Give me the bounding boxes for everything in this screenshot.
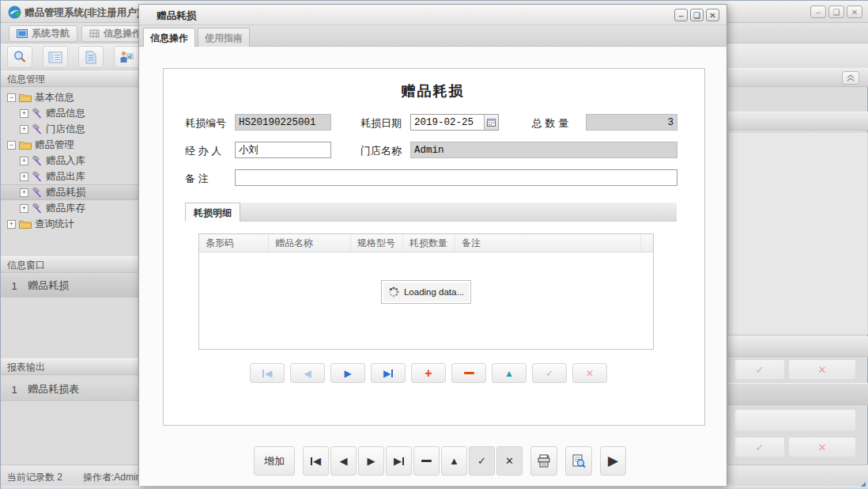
grid-delete-button[interactable] bbox=[451, 363, 486, 383]
monitor-icon bbox=[17, 29, 28, 39]
record-first-button[interactable]: ◀ bbox=[303, 446, 329, 476]
remark-field[interactable] bbox=[235, 169, 677, 186]
document-tool-button[interactable] bbox=[78, 46, 104, 68]
section-info-window[interactable]: 信息窗口 bbox=[1, 256, 140, 273]
right-panel-bar bbox=[728, 112, 868, 131]
loss-date-input[interactable] bbox=[411, 115, 484, 130]
tree-node-basic-info[interactable]: − 基本信息 bbox=[1, 89, 139, 105]
panel-collapse-button[interactable] bbox=[842, 71, 859, 85]
grid-first-button[interactable]: ◀ bbox=[250, 363, 285, 383]
record-cancel-button[interactable]: ✕ bbox=[496, 446, 523, 476]
section-report-output[interactable]: 报表输出 bbox=[1, 358, 140, 375]
row-label: 赠品耗损 bbox=[28, 279, 69, 293]
background-cancel-button[interactable]: ✕ bbox=[788, 437, 856, 457]
form-tool-button[interactable] bbox=[43, 46, 68, 68]
calendar-dropdown-button[interactable] bbox=[484, 115, 498, 130]
dialog-minimize-button[interactable]: – bbox=[674, 9, 688, 21]
handler-field[interactable] bbox=[235, 142, 331, 158]
record-prev-button[interactable]: ◀ bbox=[330, 446, 357, 476]
prev-icon: ◀ bbox=[304, 369, 311, 378]
dialog-titlebar[interactable]: 赠品耗损 – ❏ ✕ bbox=[139, 5, 726, 25]
tree-node-gift-outbound[interactable]: + 赠品出库 bbox=[1, 169, 139, 184]
grid-last-button[interactable]: ▶ bbox=[371, 363, 406, 383]
search-icon bbox=[13, 50, 27, 64]
background-confirm-button[interactable]: ✓ bbox=[734, 437, 785, 457]
grid-navigator: ◀ ◀ ▶ ▶ + ▲ ✓ ✕ bbox=[250, 363, 607, 383]
tree-node-query-stats[interactable]: + 查询统计 bbox=[1, 216, 139, 232]
search-tool-button[interactable] bbox=[7, 46, 32, 68]
loading-text: Loading data... bbox=[404, 287, 464, 297]
section-info-management[interactable]: 信息管理 bbox=[1, 70, 140, 87]
col-loss-qty[interactable]: 耗损数量 bbox=[403, 234, 455, 252]
col-gift-name[interactable]: 赠品名称 bbox=[269, 234, 351, 252]
next-icon: ▶ bbox=[344, 369, 351, 378]
info-window-row[interactable]: 1 赠品耗损 bbox=[1, 274, 140, 298]
record-save-button[interactable]: ✓ bbox=[469, 446, 495, 476]
tab-system-nav[interactable]: 系统导航 bbox=[9, 25, 77, 42]
collapse-node-icon[interactable]: − bbox=[7, 93, 16, 102]
loss-code-field bbox=[235, 114, 331, 131]
col-remark[interactable]: 备注 bbox=[455, 234, 641, 252]
record-next-button[interactable]: ▶ bbox=[358, 446, 384, 476]
minimize-icon: – bbox=[679, 11, 684, 20]
close-button[interactable]: ✕ bbox=[847, 6, 862, 18]
background-confirm-button[interactable]: ✓ bbox=[734, 359, 785, 380]
tree-node-store-info[interactable]: + 门店信息 bbox=[1, 121, 139, 137]
tree-node-label: 赠品库存 bbox=[46, 202, 85, 215]
print-button[interactable] bbox=[530, 446, 557, 476]
dialog-tab-info-ops[interactable]: 信息操作 bbox=[143, 28, 195, 47]
tree-node-label: 赠品管理 bbox=[35, 138, 74, 152]
grid-cancel-button[interactable]: ✕ bbox=[572, 363, 607, 383]
restore-button[interactable]: ❏ bbox=[828, 6, 844, 18]
background-cancel-button[interactable]: ✕ bbox=[788, 359, 856, 380]
tree-node-gift-inbound[interactable]: + 赠品入库 bbox=[1, 153, 139, 169]
expand-node-icon[interactable]: + bbox=[7, 220, 16, 229]
spinner-icon bbox=[388, 286, 399, 298]
dialog-tab-user-guide[interactable]: 使用指南 bbox=[198, 28, 250, 47]
col-spec[interactable]: 规格型号 bbox=[351, 234, 403, 252]
detail-tab-loss-detail[interactable]: 耗损明细 bbox=[185, 203, 240, 222]
grid-next-button[interactable]: ▶ bbox=[330, 363, 365, 383]
grid-prev-button[interactable]: ◀ bbox=[290, 363, 325, 383]
tool-node-icon bbox=[32, 172, 43, 182]
tree-node-gift-loss[interactable]: + 赠品耗损 bbox=[1, 184, 139, 200]
tree-node-gift-info[interactable]: + 赠品信息 bbox=[1, 105, 139, 121]
resize-grip[interactable] bbox=[861, 482, 866, 487]
form-icon bbox=[48, 51, 62, 63]
grid-insert-button[interactable]: + bbox=[411, 363, 446, 383]
tree-node-gift-stock[interactable]: + 赠品库存 bbox=[1, 200, 139, 216]
report-output-row[interactable]: 1 赠品耗损表 bbox=[1, 377, 140, 401]
minimize-button[interactable]: – bbox=[810, 6, 826, 18]
minus-icon bbox=[464, 372, 474, 374]
expand-node-icon[interactable]: + bbox=[20, 172, 28, 181]
print-preview-button[interactable] bbox=[565, 446, 592, 476]
col-barcode[interactable]: 条形码 bbox=[199, 234, 269, 252]
expand-node-icon[interactable]: + bbox=[20, 157, 28, 165]
run-button[interactable]: ▶ bbox=[600, 446, 626, 476]
dialog-maximize-button[interactable]: ❏ bbox=[690, 9, 704, 21]
record-last-button[interactable]: ▶ bbox=[386, 446, 412, 476]
grid-post-button[interactable]: ✓ bbox=[532, 363, 567, 383]
first-icon bbox=[262, 370, 264, 377]
expand-node-icon[interactable]: + bbox=[20, 109, 28, 118]
record-delete-button[interactable] bbox=[413, 446, 440, 476]
expand-node-icon[interactable]: + bbox=[20, 204, 28, 213]
handler-label: 经 办 人 bbox=[185, 144, 221, 158]
dialog-content: 赠品耗损 耗损编号 耗损日期 总 数 量 经 办 人 门店名称 备 注 bbox=[139, 47, 726, 486]
folder-icon bbox=[19, 140, 32, 150]
record-count: 当前记录数 2 bbox=[7, 471, 62, 484]
prev-icon: ◀ bbox=[340, 456, 348, 466]
tree-node-gift-management[interactable]: − 赠品管理 bbox=[1, 137, 139, 153]
grid-edit-button[interactable]: ▲ bbox=[492, 363, 526, 383]
record-edit-button[interactable]: ▲ bbox=[441, 446, 467, 476]
user-report-tool-button[interactable] bbox=[114, 46, 139, 68]
loss-date-field[interactable] bbox=[410, 114, 499, 131]
add-button[interactable]: 增加 bbox=[254, 446, 295, 476]
collapse-node-icon[interactable]: − bbox=[7, 141, 16, 150]
expand-node-icon[interactable]: + bbox=[20, 188, 28, 197]
expand-node-icon[interactable]: + bbox=[20, 125, 28, 134]
dialog-close-button[interactable]: ✕ bbox=[706, 9, 719, 21]
dialog-tabstrip: 信息操作 使用指南 bbox=[139, 25, 726, 47]
background-wide-button[interactable] bbox=[734, 409, 856, 431]
close-icon: ✕ bbox=[709, 11, 715, 20]
